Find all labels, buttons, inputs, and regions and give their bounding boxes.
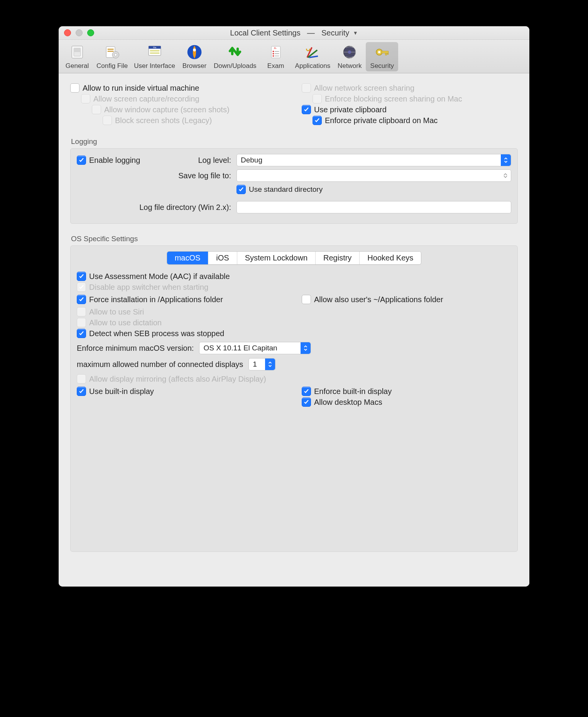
- tab-system-lockdown[interactable]: System Lockdown: [237, 252, 316, 264]
- config-file-icon: [103, 43, 122, 61]
- titlebar: Local Client Settings — Security ▼: [59, 26, 529, 40]
- title-app: Local Client Settings: [230, 29, 300, 37]
- log-dir-input[interactable]: [237, 201, 511, 213]
- browser-icon: [185, 43, 204, 61]
- force-install-checkbox[interactable]: Force installation in /Applications fold…: [77, 295, 286, 304]
- enforce-builtin-display-checkbox[interactable]: Enforce built-in display: [302, 387, 511, 396]
- stepper-arrows-icon: [502, 170, 509, 181]
- logging-group: Enable logging Log level: Debug Save log…: [70, 148, 518, 224]
- svg-rect-2: [74, 48, 81, 52]
- enforce-min-macos-label: Enforce minimum macOS version:: [77, 344, 194, 353]
- disable-app-switcher-checkbox: Disable app switcher when starting: [77, 282, 511, 292]
- use-builtin-display-checkbox[interactable]: Use built-in display: [77, 387, 286, 396]
- svg-rect-17: [272, 51, 274, 52]
- max-displays-select[interactable]: 1: [248, 358, 275, 370]
- toolbar-network[interactable]: Network: [333, 42, 366, 71]
- svg-text:File: File: [153, 46, 156, 49]
- chevron-down-icon[interactable]: ▼: [353, 30, 358, 36]
- block-screenshots-checkbox: Block screen shots (Legacy): [103, 116, 286, 125]
- allow-siri-checkbox: Allow to use Siri: [77, 307, 511, 316]
- network-icon: [340, 43, 359, 61]
- svg-rect-19: [272, 55, 274, 56]
- toolbar: General Config File File User Interface …: [59, 40, 529, 73]
- tab-macos[interactable]: macOS: [167, 252, 209, 264]
- zoom-button[interactable]: [87, 29, 94, 36]
- allow-window-capture-checkbox: Allow window capture (screen shots): [92, 105, 286, 114]
- exam-icon: A-: [267, 43, 285, 61]
- svg-point-24: [348, 51, 351, 54]
- chevron-updown-icon: [501, 154, 511, 166]
- svg-point-7: [114, 54, 117, 56]
- allow-vm-checkbox[interactable]: Allow to run inside virtual machine: [70, 83, 286, 93]
- key-icon: [373, 43, 391, 61]
- os-tabs: macOS iOS System Lockdown Registry Hooke…: [167, 251, 422, 265]
- use-standard-dir-checkbox[interactable]: Use standard directory: [237, 185, 511, 194]
- allow-desktop-macs-checkbox[interactable]: Allow desktop Macs: [302, 397, 511, 407]
- save-log-to-label: Save log file to:: [77, 171, 237, 180]
- enforce-block-share-checkbox: Enforce blocking screen sharing on Mac: [313, 94, 518, 103]
- arrows-icon: [226, 43, 244, 61]
- user-interface-icon: File: [145, 43, 164, 61]
- max-displays-label: maximum allowed number of connected disp…: [77, 360, 243, 369]
- use-aac-checkbox[interactable]: Use Assessment Mode (AAC) if available: [77, 272, 511, 281]
- save-log-to-combo[interactable]: [237, 169, 511, 182]
- svg-rect-28: [385, 53, 387, 55]
- toolbar-exam[interactable]: A- Exam: [260, 42, 292, 71]
- switch-icon: [68, 43, 86, 61]
- settings-window: Local Client Settings — Security ▼ Gener…: [59, 26, 529, 587]
- allow-dictation-checkbox: Allow to use dictation: [77, 318, 511, 327]
- tab-ios[interactable]: iOS: [208, 252, 237, 264]
- tab-hooked-keys[interactable]: Hooked Keys: [360, 252, 421, 264]
- svg-rect-4: [107, 49, 113, 50]
- enforce-private-clipboard-checkbox[interactable]: Enforce private clipboard on Mac: [313, 116, 518, 125]
- security-pane: Allow to run inside virtual machine Allo…: [59, 73, 529, 587]
- toolbar-user-interface[interactable]: File User Interface: [131, 42, 178, 71]
- log-dir-label: Log file directory (Win 2.x):: [77, 203, 237, 212]
- toolbar-general[interactable]: General: [61, 42, 93, 71]
- svg-rect-18: [272, 53, 274, 54]
- svg-rect-27: [382, 51, 389, 53]
- toolbar-downuploads[interactable]: Down/Uploads: [211, 42, 260, 71]
- enforce-min-macos-select[interactable]: OS X 10.11 El Capitan: [199, 342, 311, 354]
- minimize-button[interactable]: [76, 29, 83, 36]
- os-settings-group: macOS iOS System Lockdown Registry Hooke…: [70, 245, 518, 552]
- top-options: Allow to run inside virtual machine Allo…: [70, 82, 518, 127]
- allow-user-apps-checkbox[interactable]: Allow also user's ~/Applications folder: [302, 295, 511, 304]
- svg-rect-11: [150, 50, 159, 52]
- use-private-clipboard-checkbox[interactable]: Use private clipboard: [302, 105, 518, 114]
- os-settings-title: OS Specific Settings: [71, 235, 518, 243]
- svg-point-26: [378, 51, 380, 53]
- toolbar-config-file[interactable]: Config File: [93, 42, 131, 71]
- traffic-lights: [59, 29, 94, 36]
- toolbar-applications[interactable]: Applications: [292, 42, 334, 71]
- log-level-select[interactable]: Debug: [237, 154, 511, 166]
- toolbar-security[interactable]: Security: [366, 42, 398, 71]
- window-title: Local Client Settings — Security ▼: [59, 29, 529, 37]
- applications-icon: [303, 43, 322, 61]
- detect-stopped-checkbox[interactable]: Detect when SEB process was stopped: [77, 329, 511, 338]
- svg-text:A-: A-: [274, 46, 277, 50]
- chevron-updown-icon: [301, 342, 311, 354]
- allow-mirroring-checkbox: Allow display mirroring (affects also Ai…: [77, 374, 511, 384]
- svg-rect-29: [387, 53, 389, 55]
- svg-rect-5: [107, 51, 113, 52]
- close-button[interactable]: [64, 29, 71, 36]
- tab-registry[interactable]: Registry: [316, 252, 360, 264]
- logging-title: Logging: [71, 137, 518, 146]
- allow-screen-capture-checkbox: Allow screen capture/recording: [81, 94, 286, 103]
- chevron-updown-icon: [265, 358, 275, 370]
- svg-rect-12: [150, 52, 159, 54]
- svg-point-14: [193, 49, 196, 51]
- log-level-label: Log level:: [77, 156, 237, 165]
- title-section: Security: [321, 29, 349, 37]
- toolbar-browser[interactable]: Browser: [178, 42, 211, 71]
- allow-screenshare-checkbox: Allow network screen sharing: [302, 83, 518, 93]
